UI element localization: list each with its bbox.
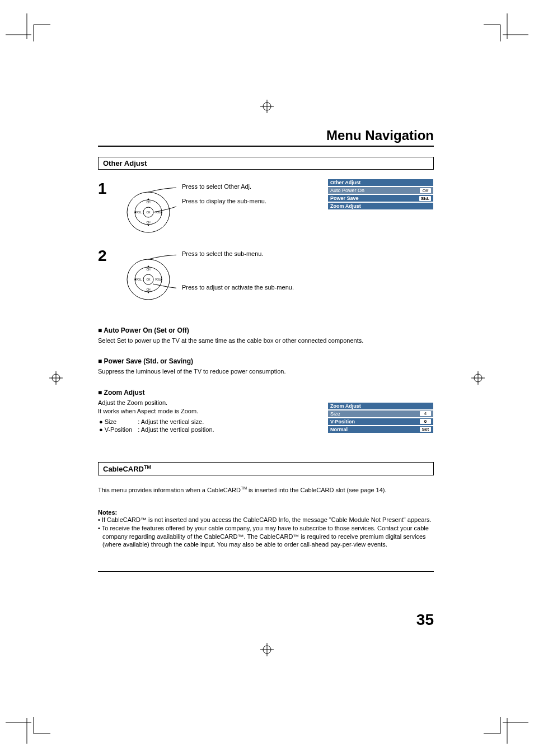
step-2: 2 OK CH CH VOL VOL Press to select the s…	[98, 247, 434, 314]
step2-text-1: Press to select the sub-menu.	[182, 250, 264, 257]
cablecard-body: This menu provides information when a Ca…	[98, 486, 434, 494]
step2-text-2: Press to adjust or activate the sub-menu…	[182, 284, 294, 291]
page-content: Menu Navigation Other Adjust 1 OK CH CH …	[98, 128, 434, 629]
svg-text:CH: CH	[146, 268, 151, 271]
step1-text-2: Press to display the sub-menu.	[182, 198, 266, 204]
page-number: 35	[98, 611, 434, 629]
svg-text:CH: CH	[146, 200, 151, 204]
power-save-body: Suppress the luminous level of the TV to…	[98, 367, 434, 376]
header-rule	[98, 146, 434, 147]
section-cablecard-heading: CableCARDTM	[98, 462, 434, 475]
osd-zoom-adjust: Zoom Adjust Size4 V-Position0 NormalSet	[327, 402, 434, 433]
notes-heading: Notes:	[98, 509, 434, 516]
svg-text:OK: OK	[146, 278, 151, 281]
remote-dpad-icon: OK CH CH VOL VOL	[120, 250, 176, 306]
remote-dpad-icon: OK CH CH VOL VOL	[120, 183, 176, 239]
note-item: To receive the features offered by your …	[98, 524, 434, 549]
svg-text:VOL: VOL	[136, 278, 142, 281]
step1-text-1: Press to select Other Adj.	[182, 183, 251, 190]
notes-list: If CableCARD™ is not inserted and you ac…	[98, 516, 434, 549]
zoom-bullets: ● Size: Adjust the vertical size. ● V-Po…	[98, 417, 220, 434]
svg-text:CH: CH	[146, 288, 151, 291]
subhead-power-save: Power Save (Std. or Saving)	[98, 357, 434, 365]
svg-text:OK: OK	[146, 211, 151, 214]
section-other-adjust-heading: Other Adjust	[98, 157, 434, 170]
auto-power-body: Select Set to power up the TV at the sam…	[98, 337, 434, 345]
svg-text:VOL: VOL	[136, 211, 142, 214]
step-2-number: 2	[98, 247, 107, 265]
subhead-zoom: Zoom Adjust	[98, 389, 434, 396]
svg-text:CH: CH	[146, 221, 151, 224]
osd-other-adjust: Other Adjust Auto Power OnOff Power Save…	[327, 179, 434, 210]
note-item: If CableCARD™ is not inserted and you ac…	[98, 516, 434, 524]
page-title: Menu Navigation	[98, 128, 434, 143]
subhead-auto-power: Auto Power On (Set or Off)	[98, 326, 434, 334]
step-1-number: 1	[98, 180, 107, 198]
svg-text:VOL: VOL	[155, 278, 161, 281]
osd-title: Other Adjust	[330, 180, 360, 185]
step-1: 1 OK CH CH VOL VOL Press to select Other…	[98, 180, 434, 247]
footer-rule	[98, 571, 434, 572]
